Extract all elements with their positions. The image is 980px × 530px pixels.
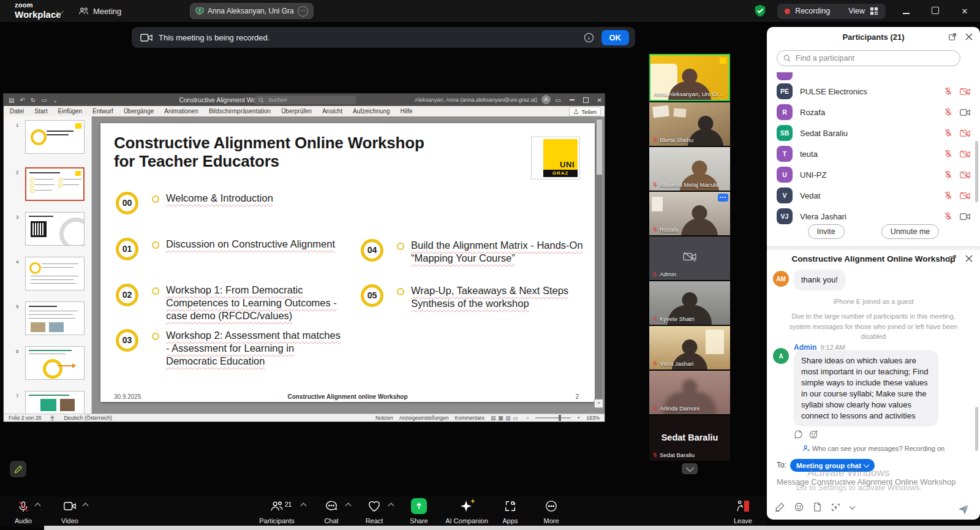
video-tile-admin[interactable]: Admin — [649, 237, 730, 280]
apps-button[interactable]: Apps — [487, 499, 533, 526]
video-strip-collapse-button[interactable] — [682, 463, 698, 474]
ppt-menu-item[interactable]: Animationen — [164, 108, 198, 115]
chat-recipient-selector[interactable]: Meeting group chat — [790, 459, 875, 472]
participants-options-chevron[interactable] — [301, 503, 307, 509]
video-tile-blerta[interactable]: Blerta Shehu — [649, 102, 730, 146]
ppt-notes-button[interactable]: Notizen — [375, 415, 393, 421]
ppt-search-box[interactable]: Suchen — [255, 96, 356, 104]
annotate-button[interactable] — [10, 461, 26, 477]
ppt-ribbon-display-icon[interactable]: ▭ — [555, 97, 560, 104]
close-icon[interactable] — [965, 33, 973, 40]
ppt-redo-icon[interactable]: ↻ — [31, 97, 36, 104]
participant-row[interactable]: R Rozafa — [767, 102, 980, 123]
participant-row[interactable]: SB Sedat Baraliu — [767, 123, 980, 143]
file-icon[interactable] — [813, 502, 821, 512]
ppt-menu-item[interactable]: Aufzeichnung — [353, 108, 390, 115]
ppt-zoom-level[interactable]: 163% — [586, 415, 600, 421]
ppt-view-buttons[interactable]: ▤▦▥▭ — [491, 415, 520, 421]
video-tile-albulena[interactable]: Albulena Metaj Macula — [649, 147, 730, 191]
view-grid-icon[interactable] — [870, 7, 878, 15]
slide-thumbnail-6[interactable] — [25, 346, 85, 380]
ppt-menu-item[interactable]: Start — [34, 108, 47, 115]
recording-label[interactable]: Recording — [795, 7, 830, 15]
info-icon[interactable] — [584, 32, 594, 43]
ppt-avatar[interactable]: A — [541, 95, 551, 104]
video-tile-rozafa[interactable]: ••• Rozafa — [649, 192, 730, 235]
audio-button[interactable]: Audio — [0, 499, 47, 526]
format-text-icon[interactable] — [775, 502, 785, 512]
ppt-split-handle[interactable]: ≡ — [594, 399, 603, 408]
ppt-comments-button[interactable]: Kommentare — [455, 415, 485, 421]
chat-privacy-note[interactable]: Who can see your messages? Recording on — [767, 445, 980, 452]
participant-row-partial[interactable] — [767, 72, 980, 81]
chat-message-bubble[interactable]: thank you! — [794, 270, 845, 290]
video-button[interactable]: Video — [47, 499, 93, 526]
tile-options-button[interactable]: ••• — [718, 194, 728, 202]
participants-button[interactable]: 21 Participants — [254, 499, 300, 526]
participant-row[interactable]: V Vedat — [767, 185, 980, 206]
ppt-menu-item[interactable]: Einfügen — [58, 108, 81, 115]
tab-shared-screen[interactable]: Anna Aleksanyan, Uni Graz's scre... ⋯ — [190, 3, 314, 19]
more-button[interactable]: More — [528, 499, 575, 526]
window-minimize-button[interactable] — [897, 7, 915, 16]
ppt-share-button[interactable]: Teilen — [569, 107, 601, 116]
accessibility-icon[interactable] — [50, 415, 55, 421]
video-tile-vlera[interactable]: Vlera Jashari — [649, 326, 730, 369]
security-shield-icon[interactable] — [754, 4, 766, 18]
ppt-scrollbar-thumb[interactable] — [597, 119, 602, 175]
send-icon[interactable] — [958, 504, 969, 515]
slide-thumbnail-5[interactable] — [25, 301, 85, 335]
chat-message-input[interactable] — [775, 477, 974, 487]
ppt-zoom-out[interactable]: − — [526, 415, 529, 421]
ok-button[interactable]: OK — [601, 30, 630, 45]
emoji-reaction-icon[interactable] — [809, 430, 818, 439]
ppt-menu-item[interactable]: Hilfe — [401, 108, 413, 115]
video-tile-kyvete[interactable]: Kyvete Shatri — [649, 281, 730, 325]
ppt-menu-item[interactable]: Übergänge — [124, 108, 154, 115]
ppt-minimize-button[interactable] — [570, 99, 575, 100]
close-icon[interactable] — [965, 255, 973, 262]
slide-thumbnail-1[interactable] — [25, 120, 85, 154]
ppt-save-icon[interactable]: ▤ — [9, 97, 14, 104]
ppt-display-settings-button[interactable]: Anzeigeeinstellungen — [399, 415, 449, 421]
video-tile-anna[interactable]: Anna Aleksanyan, Uni Gr... — [649, 54, 730, 101]
ppt-slideshow-icon[interactable]: ▭ — [41, 97, 47, 104]
chevron-down-icon[interactable] — [850, 503, 856, 509]
slide-thumbnail-4[interactable] — [25, 257, 85, 290]
participants-scrollbar[interactable] — [975, 141, 978, 202]
invite-button[interactable]: Invite — [808, 224, 845, 239]
ppt-menu-item[interactable]: Datei — [10, 108, 24, 115]
participant-row[interactable]: PE PULSE Electronics — [767, 81, 980, 102]
ai-companion-button[interactable]: AI Companion — [443, 499, 490, 526]
emoji-icon[interactable] — [794, 502, 804, 512]
participant-search-box[interactable] — [777, 50, 960, 66]
ppt-zoom-slider[interactable] — [535, 417, 571, 418]
chat-message-bubble[interactable]: Share ideas on which values are most imp… — [794, 350, 938, 426]
ppt-menu-item[interactable]: Ansicht — [322, 108, 342, 115]
ppt-close-button[interactable]: ✕ — [597, 97, 602, 104]
participant-row[interactable]: U UNI-PZ — [767, 164, 980, 185]
tab-meeting[interactable]: Meeting — [78, 4, 121, 18]
unmute-me-button[interactable]: Unmute me — [881, 224, 940, 239]
ppt-language[interactable]: Deutsch (Österreich) — [64, 415, 111, 421]
slide-thumbnail-3[interactable] — [25, 212, 85, 246]
window-close-button[interactable]: ✕ — [956, 7, 974, 16]
popout-icon[interactable] — [948, 32, 957, 41]
popout-icon[interactable] — [948, 254, 957, 263]
ppt-qat-chevron-icon[interactable]: ⌄ — [53, 97, 58, 104]
slide-thumbnail-2-selected[interactable] — [25, 167, 85, 201]
participant-row[interactable]: T teuta — [767, 143, 980, 164]
participant-row[interactable]: VJ Vlera Jashari — [767, 206, 980, 227]
leave-button[interactable]: Leave — [720, 499, 766, 526]
video-tile-sedat[interactable]: Sedat Baraliu Sedat Baraliu — [649, 415, 730, 461]
slide-thumbnail-7[interactable] — [25, 391, 85, 414]
ppt-restore-button[interactable] — [583, 97, 589, 103]
screenshot-icon[interactable] — [831, 503, 840, 512]
ppt-undo-icon[interactable]: ↶ — [20, 97, 24, 104]
ppt-menu-item[interactable]: Entwurf — [92, 108, 113, 115]
reply-icon[interactable] — [794, 430, 803, 439]
view-button[interactable]: View — [848, 7, 865, 15]
video-tile-arlinda[interactable]: Arlinda Damoni — [649, 371, 730, 414]
share-button[interactable]: Share — [396, 499, 442, 526]
window-restore-button[interactable] — [926, 7, 944, 16]
